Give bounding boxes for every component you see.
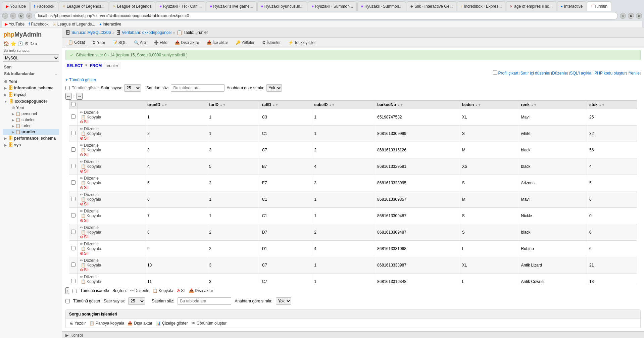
row-select-checkbox[interactable]: [71, 230, 76, 234]
sidebar-son-item[interactable]: Son: [3, 64, 59, 70]
copy-button[interactable]: 📋 Kopyala: [81, 115, 142, 119]
table-urunler[interactable]: ▶ 📋 urunler: [3, 129, 59, 135]
bottom-sil-link[interactable]: ⊘ Sil: [177, 288, 185, 293]
nav-right-button[interactable]: →: [77, 93, 83, 100]
edit-button[interactable]: ✏ Düzenle: [80, 127, 143, 131]
tab-incredibox[interactable]: ♪ Incredibox · Expres...: [457, 1, 505, 11]
bottom-show-all-checkbox[interactable]: [65, 299, 70, 303]
copy-button[interactable]: 📋 Kopyala: [81, 279, 142, 284]
bottom-filter-input[interactable]: [178, 297, 231, 305]
duzenle-link[interactable]: Düzenle: [552, 71, 567, 76]
toolbar-islemler[interactable]: ⚙ İşlemler: [259, 39, 284, 46]
delete-button[interactable]: ⊘ Sil: [80, 136, 143, 141]
bookmark-youtube[interactable]: ▶ YouTube: [5, 22, 24, 27]
delete-button[interactable]: ⊘ Sil: [80, 251, 143, 256]
extensions-button[interactable]: ⚙: [628, 13, 634, 19]
copy-button[interactable]: 📋 Kopyala: [81, 164, 142, 169]
row-select-checkbox[interactable]: [71, 180, 76, 185]
header-subeid[interactable]: subeID ▲▼: [312, 101, 375, 109]
server-select[interactable]: MySQL: [3, 54, 59, 62]
toolbar-tetikleyiciler[interactable]: ⚡ Tetikleyiciler: [286, 39, 319, 46]
query-results-header[interactable]: Sorgu sonuçları işlemleri: [66, 310, 640, 319]
row-select-checkbox[interactable]: [71, 164, 76, 168]
toolbar-yetkiler[interactable]: 🔑 Yetkiler: [233, 39, 257, 46]
edit-button[interactable]: ✏ Düzenle: [80, 176, 143, 181]
toolbar-ara[interactable]: 🔍 Ara: [131, 39, 149, 46]
rows-per-page-select[interactable]: 25 50 100: [124, 84, 141, 92]
tab-facebook[interactable]: f Facebook: [30, 1, 58, 11]
sidebar-favorites[interactable]: Sık kullanılanlar ↔: [3, 70, 59, 77]
tab-turnitin[interactable]: T Turnitin: [587, 1, 611, 11]
edit-button[interactable]: ✏ Düzenle: [80, 159, 143, 164]
menu-button[interactable]: ≡: [636, 13, 642, 19]
sort-select[interactable]: Yok: [266, 84, 282, 92]
bookmark-facebook[interactable]: f Facebook: [29, 22, 49, 27]
bottom-duzenle-link[interactable]: ✏ Düzenle: [130, 288, 149, 293]
tab-silk[interactable]: ◆ Silk · Interactive Ge...: [407, 1, 456, 11]
favorites-icon[interactable]: ⭐: [10, 41, 16, 46]
delete-button[interactable]: ⊘ Sil: [80, 185, 143, 190]
db-oxxodepoguncel[interactable]: ▼ 🗄 oxxodepoguncel: [3, 98, 59, 105]
bottom-rows-select[interactable]: 25: [128, 297, 145, 305]
delete-button[interactable]: ⊘ Sil: [80, 152, 143, 157]
row-select-checkbox[interactable]: [71, 279, 76, 283]
bottom-nav-button[interactable]: ↑: [65, 287, 69, 294]
copy-button[interactable]: 📋 Kopyala: [81, 230, 142, 235]
forward-button[interactable]: ›: [10, 13, 16, 19]
table-yeni[interactable]: ⊕ Yeni: [3, 105, 59, 111]
breadcrumb-db[interactable]: Veritabanı: oxxodepoguncel: [122, 30, 171, 35]
show-all-checkbox[interactable]: [65, 86, 70, 90]
delete-button[interactable]: ⊘ Sil: [80, 119, 143, 124]
bottom-kopyala-link[interactable]: 📋 Kopyala: [153, 288, 173, 293]
settings-icon[interactable]: ⚙: [24, 41, 29, 46]
breadcrumb-server[interactable]: Sunucu: MySQL:3306: [71, 30, 111, 35]
db-mysql[interactable]: ▶ 🗄 mysql: [3, 91, 59, 98]
tab-aoe[interactable]: ⚔ age of empires ii hd...: [506, 1, 556, 11]
edit-button[interactable]: ✏ Düzenle: [80, 143, 143, 148]
table-turler[interactable]: ▶ 📋 turler: [3, 123, 59, 129]
delete-button[interactable]: ⊘ Sil: [80, 169, 143, 174]
row-select-checkbox[interactable]: [71, 147, 76, 152]
edit-button[interactable]: ✏ Düzenle: [80, 110, 143, 115]
tab-youtube[interactable]: ▶ YouTube: [2, 1, 30, 11]
tab-lol2[interactable]: ⚔ League of Legends: [109, 1, 155, 11]
copy-button[interactable]: 📋 Kopyala: [81, 148, 142, 152]
row-select-checkbox[interactable]: [71, 213, 76, 218]
edit-button[interactable]: ✏ Düzenle: [80, 275, 143, 279]
tab-ryuzakii4[interactable]: ■ Ryuzâkii · Summon...: [308, 1, 356, 11]
bottom-disa-aktar-link[interactable]: 📤 Dışa aktar: [189, 288, 213, 293]
action-panoya-kopyala[interactable]: 📋 Panoya kopyala: [89, 321, 124, 326]
row-select-checkbox[interactable]: [71, 262, 76, 267]
header-stok[interactable]: stok ▲▼: [587, 101, 637, 109]
table-personel[interactable]: ▶ 📋 personel: [3, 111, 59, 117]
action-cizelge-goster[interactable]: 📊 Çizelge göster: [156, 321, 188, 326]
row-select-checkbox[interactable]: [71, 114, 76, 119]
toolbar-disa-aktar[interactable]: 📤 Dışa aktar: [172, 39, 202, 46]
bottom-sort-select[interactable]: Yok: [276, 297, 291, 305]
tab-ryuzakii2[interactable]: ■ Ryuzâkii's live game...: [206, 1, 256, 11]
tab-lol1[interactable]: ⚔ League of Legends...: [59, 1, 108, 11]
sqli-acikla-link[interactable]: SQL'i açıkla: [570, 71, 592, 76]
home-nav-icon[interactable]: 🏠: [3, 41, 9, 46]
nav-left-button[interactable]: ←: [65, 93, 71, 100]
edit-button[interactable]: ✏ Düzenle: [80, 192, 143, 197]
toolbar-gozat[interactable]: 📋 Gözat: [65, 39, 88, 46]
db-information-schema[interactable]: ▶ 🗄 information_schema: [3, 85, 59, 91]
copy-button[interactable]: 📋 Kopyala: [81, 263, 142, 268]
row-select-checkbox[interactable]: [71, 197, 76, 201]
reload-button[interactable]: ↻: [18, 13, 24, 19]
header-urunid[interactable]: urunID ▲▼: [145, 101, 207, 109]
copy-button[interactable]: 📋 Kopyala: [81, 197, 142, 202]
header-rafid[interactable]: rafID ▲▼: [260, 101, 312, 109]
table-subeler[interactable]: ▶ 📋 subeler: [3, 117, 59, 123]
copy-button[interactable]: 📋 Kopyala: [81, 181, 142, 185]
bookmark-lol[interactable]: ⚔ League of Legends...: [53, 22, 95, 27]
php-kodu-link[interactable]: PHP kodu oluştur: [594, 71, 626, 76]
db-sys[interactable]: ▶ 🗄 sys: [3, 142, 59, 148]
header-turid[interactable]: turID ▲▼: [207, 101, 260, 109]
more-icon[interactable]: ▸: [36, 41, 38, 46]
address-bar[interactable]: [34, 12, 618, 19]
home-button[interactable]: ⌂: [26, 13, 32, 19]
copy-button[interactable]: 📋 Kopyala: [81, 246, 142, 251]
secenekler-toggle[interactable]: + Tümünü göster: [65, 78, 96, 82]
